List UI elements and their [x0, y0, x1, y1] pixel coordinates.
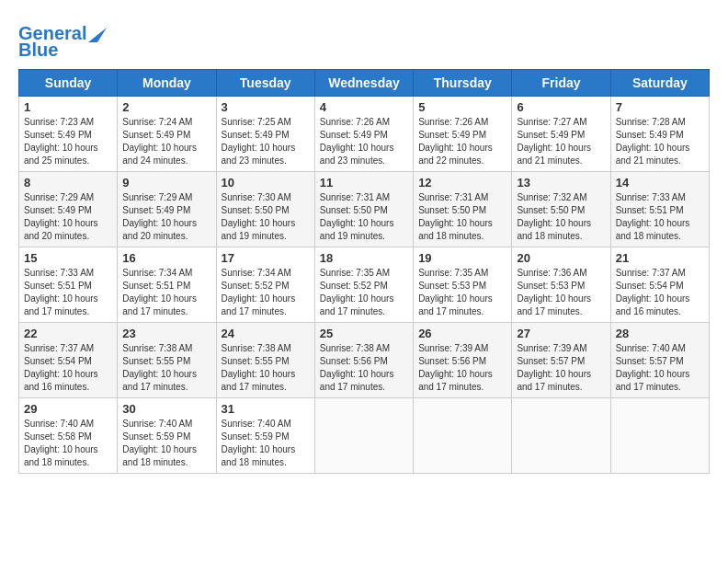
logo-blue-text: Blue [18, 40, 58, 60]
day-header-tuesday: Tuesday [216, 70, 314, 97]
day-header-monday: Monday [118, 70, 216, 97]
day-number: 30 [122, 402, 210, 416]
header: General Blue [18, 18, 710, 60]
day-info: Sunrise: 7:27 AM Sunset: 5:49 PM Dayligh… [517, 116, 605, 167]
calendar-cell: 16Sunrise: 7:34 AM Sunset: 5:51 PM Dayli… [118, 247, 216, 323]
calendar-cell [314, 398, 413, 474]
day-number: 22 [24, 327, 112, 340]
calendar-cell [610, 398, 709, 474]
day-info: Sunrise: 7:26 AM Sunset: 5:49 PM Dayligh… [418, 116, 506, 167]
day-info: Sunrise: 7:28 AM Sunset: 5:49 PM Dayligh… [616, 116, 704, 167]
day-number: 24 [222, 327, 310, 340]
day-info: Sunrise: 7:37 AM Sunset: 5:54 PM Dayligh… [24, 342, 112, 394]
day-info: Sunrise: 7:38 AM Sunset: 5:55 PM Dayligh… [222, 342, 310, 394]
calendar-cell: 14Sunrise: 7:33 AM Sunset: 5:51 PM Dayli… [610, 172, 709, 247]
day-info: Sunrise: 7:40 AM Sunset: 5:58 PM Dayligh… [24, 418, 112, 469]
day-info: Sunrise: 7:39 AM Sunset: 5:56 PM Dayligh… [418, 342, 506, 394]
day-info: Sunrise: 7:37 AM Sunset: 5:54 PM Dayligh… [616, 267, 704, 318]
calendar-cell: 24Sunrise: 7:38 AM Sunset: 5:55 PM Dayli… [216, 323, 314, 398]
day-number: 1 [24, 100, 112, 114]
logo-bird-icon [88, 18, 107, 42]
day-info: Sunrise: 7:24 AM Sunset: 5:49 PM Dayligh… [122, 116, 210, 167]
day-number: 31 [222, 402, 310, 416]
day-info: Sunrise: 7:31 AM Sunset: 5:50 PM Dayligh… [320, 191, 408, 243]
day-header-friday: Friday [512, 70, 610, 97]
day-number: 16 [122, 251, 210, 265]
day-number: 7 [616, 100, 704, 114]
calendar-cell: 20Sunrise: 7:36 AM Sunset: 5:53 PM Dayli… [512, 247, 610, 323]
day-header-sunday: Sunday [19, 70, 118, 97]
day-info: Sunrise: 7:33 AM Sunset: 5:51 PM Dayligh… [616, 191, 704, 243]
day-info: Sunrise: 7:25 AM Sunset: 5:49 PM Dayligh… [222, 116, 310, 167]
calendar-cell: 6Sunrise: 7:27 AM Sunset: 5:49 PM Daylig… [512, 97, 610, 172]
calendar-cell: 17Sunrise: 7:34 AM Sunset: 5:52 PM Dayli… [216, 247, 314, 323]
day-info: Sunrise: 7:23 AM Sunset: 5:49 PM Dayligh… [24, 116, 112, 167]
day-number: 18 [320, 251, 408, 265]
day-info: Sunrise: 7:38 AM Sunset: 5:55 PM Dayligh… [122, 342, 210, 394]
day-info: Sunrise: 7:34 AM Sunset: 5:51 PM Dayligh… [122, 267, 210, 318]
logo: General Blue [18, 23, 107, 60]
calendar-cell [512, 398, 610, 474]
day-number: 12 [418, 176, 506, 190]
calendar-cell: 27Sunrise: 7:39 AM Sunset: 5:57 PM Dayli… [512, 323, 610, 398]
calendar-cell: 18Sunrise: 7:35 AM Sunset: 5:52 PM Dayli… [314, 247, 413, 323]
day-number: 26 [418, 327, 506, 340]
calendar-cell: 5Sunrise: 7:26 AM Sunset: 5:49 PM Daylig… [414, 97, 512, 172]
day-number: 21 [616, 251, 704, 265]
day-number: 20 [517, 251, 605, 265]
calendar-week-row: 15Sunrise: 7:33 AM Sunset: 5:51 PM Dayli… [19, 247, 710, 323]
day-info: Sunrise: 7:26 AM Sunset: 5:49 PM Dayligh… [320, 116, 408, 167]
day-info: Sunrise: 7:40 AM Sunset: 5:59 PM Dayligh… [222, 418, 310, 469]
day-number: 13 [517, 176, 605, 190]
calendar-cell: 10Sunrise: 7:30 AM Sunset: 5:50 PM Dayli… [216, 172, 314, 247]
calendar-cell: 29Sunrise: 7:40 AM Sunset: 5:58 PM Dayli… [19, 398, 118, 474]
day-number: 17 [222, 251, 310, 265]
day-number: 5 [418, 100, 506, 114]
calendar-cell: 31Sunrise: 7:40 AM Sunset: 5:59 PM Dayli… [216, 398, 314, 474]
calendar-cell: 23Sunrise: 7:38 AM Sunset: 5:55 PM Dayli… [118, 323, 216, 398]
day-number: 23 [122, 327, 210, 340]
day-number: 9 [122, 176, 210, 190]
day-number: 11 [320, 176, 408, 190]
calendar-cell: 8Sunrise: 7:29 AM Sunset: 5:49 PM Daylig… [19, 172, 118, 247]
calendar-week-row: 1Sunrise: 7:23 AM Sunset: 5:49 PM Daylig… [19, 97, 710, 172]
calendar-header-row: SundayMondayTuesdayWednesdayThursdayFrid… [19, 70, 710, 97]
day-header-wednesday: Wednesday [314, 70, 413, 97]
calendar-table: SundayMondayTuesdayWednesdayThursdayFrid… [18, 69, 710, 474]
calendar-cell: 1Sunrise: 7:23 AM Sunset: 5:49 PM Daylig… [19, 97, 118, 172]
calendar-week-row: 29Sunrise: 7:40 AM Sunset: 5:58 PM Dayli… [19, 398, 710, 474]
day-number: 6 [517, 100, 605, 114]
day-number: 15 [24, 251, 112, 265]
day-info: Sunrise: 7:32 AM Sunset: 5:50 PM Dayligh… [517, 191, 605, 243]
calendar-cell: 11Sunrise: 7:31 AM Sunset: 5:50 PM Dayli… [314, 172, 413, 247]
day-header-thursday: Thursday [414, 70, 512, 97]
day-info: Sunrise: 7:29 AM Sunset: 5:49 PM Dayligh… [24, 191, 112, 243]
day-info: Sunrise: 7:40 AM Sunset: 5:59 PM Dayligh… [122, 418, 210, 469]
day-info: Sunrise: 7:35 AM Sunset: 5:53 PM Dayligh… [418, 267, 506, 318]
calendar-cell: 26Sunrise: 7:39 AM Sunset: 5:56 PM Dayli… [414, 323, 512, 398]
calendar-cell: 12Sunrise: 7:31 AM Sunset: 5:50 PM Dayli… [414, 172, 512, 247]
day-info: Sunrise: 7:40 AM Sunset: 5:57 PM Dayligh… [616, 342, 704, 394]
day-info: Sunrise: 7:29 AM Sunset: 5:49 PM Dayligh… [122, 191, 210, 243]
calendar-cell: 21Sunrise: 7:37 AM Sunset: 5:54 PM Dayli… [610, 247, 709, 323]
calendar-week-row: 8Sunrise: 7:29 AM Sunset: 5:49 PM Daylig… [19, 172, 710, 247]
day-number: 10 [222, 176, 310, 190]
calendar-cell: 3Sunrise: 7:25 AM Sunset: 5:49 PM Daylig… [216, 97, 314, 172]
day-number: 28 [616, 327, 704, 340]
day-info: Sunrise: 7:38 AM Sunset: 5:56 PM Dayligh… [320, 342, 408, 394]
calendar-cell: 9Sunrise: 7:29 AM Sunset: 5:49 PM Daylig… [118, 172, 216, 247]
calendar-cell [414, 398, 512, 474]
day-number: 3 [222, 100, 310, 114]
day-info: Sunrise: 7:34 AM Sunset: 5:52 PM Dayligh… [222, 267, 310, 318]
day-info: Sunrise: 7:36 AM Sunset: 5:53 PM Dayligh… [517, 267, 605, 318]
day-number: 29 [24, 402, 112, 416]
day-number: 27 [517, 327, 605, 340]
day-number: 25 [320, 327, 408, 340]
calendar-cell: 15Sunrise: 7:33 AM Sunset: 5:51 PM Dayli… [19, 247, 118, 323]
day-number: 8 [24, 176, 112, 190]
day-number: 19 [418, 251, 506, 265]
calendar-cell: 22Sunrise: 7:37 AM Sunset: 5:54 PM Dayli… [19, 323, 118, 398]
calendar-cell: 13Sunrise: 7:32 AM Sunset: 5:50 PM Dayli… [512, 172, 610, 247]
day-info: Sunrise: 7:35 AM Sunset: 5:52 PM Dayligh… [320, 267, 408, 318]
calendar-cell: 28Sunrise: 7:40 AM Sunset: 5:57 PM Dayli… [610, 323, 709, 398]
